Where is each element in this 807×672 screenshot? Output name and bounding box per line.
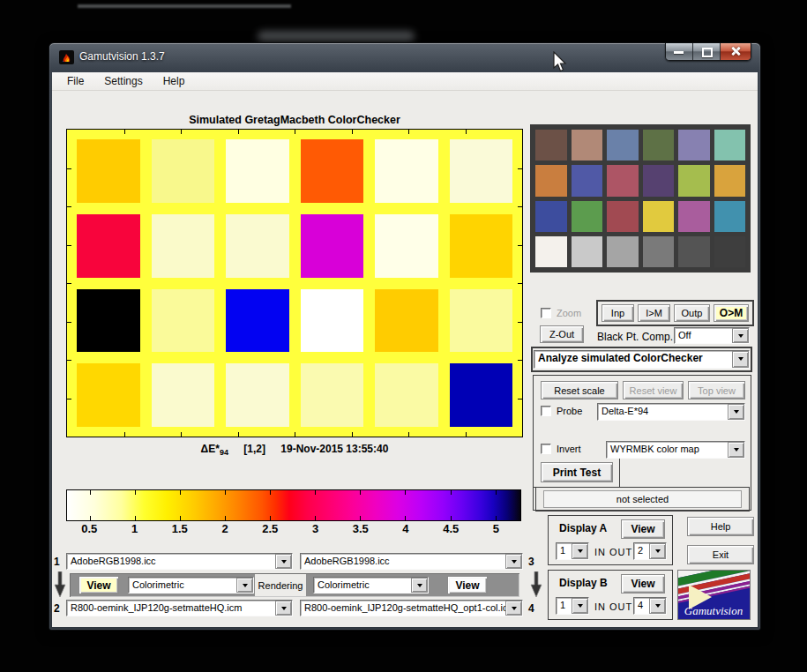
plot-caption: ΔE*94 [1,2] 19-Nov-2015 13:55:40	[66, 443, 523, 457]
plot-color-patch	[226, 139, 289, 203]
display-a-out-value: 2	[634, 543, 649, 559]
intent-left-select[interactable]: Colorimetric	[128, 577, 254, 594]
intent-left-value: Colorimetric	[129, 578, 236, 593]
probe-checkbox[interactable]: Probe	[541, 406, 582, 416]
plot-color-patch	[226, 363, 289, 427]
maximize-button[interactable]	[693, 43, 721, 60]
profile-2-value: R800-oemink_IJP120g-setmatteHQ.icm	[67, 601, 275, 616]
profile-4-select[interactable]: R800-oemink_IJP120g-setmatteHQ_opt1-col.…	[300, 600, 523, 616]
analyze-mode-select[interactable]: Analyze simulated ColorChecker	[534, 350, 750, 369]
profile-3-value: AdobeRGB1998.icc	[301, 554, 505, 569]
checkbox-box[interactable]	[541, 308, 551, 318]
exit-button[interactable]: Exit	[687, 545, 754, 564]
dropdown-arrow-icon[interactable]	[505, 554, 522, 569]
i-to-m-button[interactable]: I>M	[638, 304, 670, 322]
reset-scale-button[interactable]: Reset scale	[541, 381, 618, 399]
timestamp: 19-Nov-2015 13:55:40	[280, 443, 388, 455]
display-b-view-button[interactable]: View	[621, 574, 665, 594]
colorchecker-plot[interactable]	[66, 129, 523, 437]
o-to-m-button[interactable]: O>M	[714, 304, 749, 322]
window-controls	[665, 43, 751, 61]
dropdown-arrow-icon[interactable]	[732, 351, 749, 368]
inp-button[interactable]: Inp	[602, 304, 634, 322]
reference-color-patch	[535, 130, 567, 161]
menu-help[interactable]: Help	[160, 73, 189, 89]
dropdown-arrow-icon[interactable]	[411, 578, 428, 593]
slot-number-4: 4	[528, 602, 534, 615]
dropdown-arrow-icon[interactable]	[649, 543, 666, 559]
profile-1-select[interactable]: AdobeRGB1998.icc	[66, 553, 293, 570]
reference-color-patch	[678, 236, 710, 267]
reference-color-patch	[678, 201, 710, 232]
plot-color-patch	[152, 363, 215, 427]
color-map-select[interactable]: WYRMBK color map	[606, 441, 745, 459]
window-title: Gamutvision 1.3.7	[79, 50, 165, 63]
view-right-button[interactable]: View	[447, 576, 488, 594]
plot-color-patch	[301, 214, 364, 278]
colorbar-tick-label: 0.5	[81, 522, 97, 535]
menu-settings[interactable]: Settings	[101, 73, 146, 89]
zoom-checkbox-label: Zoom	[557, 308, 581, 318]
display-a-in-select[interactable]: 1	[556, 542, 589, 560]
black-pt-comp-select[interactable]: Off	[674, 327, 750, 344]
minimize-icon	[674, 51, 684, 54]
view-options-groupbox: Reset scale Reset view Top view Probe De…	[533, 375, 751, 511]
checkbox-box[interactable]	[541, 406, 551, 416]
print-test-button[interactable]: Print Test	[541, 462, 613, 482]
display-b-in-value: 1	[557, 598, 572, 614]
dropdown-arrow-icon[interactable]	[732, 328, 749, 343]
invert-checkbox[interactable]: Invert	[541, 444, 581, 454]
dropdown-arrow-icon[interactable]	[275, 554, 292, 569]
reference-color-patch	[607, 165, 639, 196]
view-left-button[interactable]: View	[78, 576, 119, 594]
z-out-button[interactable]: Z-Out	[540, 325, 584, 343]
dropdown-arrow-icon[interactable]	[728, 404, 744, 420]
dropdown-arrow-icon[interactable]	[649, 598, 666, 614]
display-a-view-button[interactable]: View	[621, 519, 665, 539]
display-b-in-select[interactable]: 1	[556, 597, 589, 615]
minimize-button[interactable]	[666, 43, 693, 60]
dropdown-arrow-icon[interactable]	[572, 543, 588, 559]
plot-color-patch	[450, 289, 513, 353]
dropdown-arrow-icon[interactable]	[505, 601, 522, 616]
outp-button[interactable]: Outp	[674, 304, 710, 322]
reference-color-patch	[678, 130, 710, 161]
io-button-frame: Inp I>M Outp O>M	[596, 300, 754, 326]
colorbar-tick-label: 3	[312, 522, 318, 535]
dropdown-arrow-icon[interactable]	[572, 598, 588, 614]
background-window-edge	[78, 4, 291, 8]
display-b-group: Display B View 1 IN OUT 4	[548, 570, 673, 620]
invert-checkbox-label: Invert	[557, 444, 581, 454]
background-window-title-blur	[258, 31, 415, 42]
display-a-inout-label: IN OUT	[594, 547, 632, 557]
reference-color-patch	[643, 236, 675, 267]
reference-color-patch	[535, 236, 567, 267]
reference-color-patch	[535, 201, 567, 232]
intent-right-select[interactable]: Colorimetric	[313, 577, 429, 594]
top-view-button[interactable]: Top view	[688, 381, 745, 399]
checkbox-box[interactable]	[541, 444, 551, 454]
gamutvision-logo: Gamutvision	[677, 570, 751, 620]
gamutvision-logo-image: Gamutvision	[678, 571, 750, 619]
dropdown-arrow-icon[interactable]	[275, 601, 292, 616]
zoom-checkbox[interactable]: Zoom	[541, 308, 581, 318]
display-b-out-select[interactable]: 4	[633, 597, 667, 615]
close-button[interactable]	[721, 43, 751, 60]
display-a-out-select[interactable]: 2	[633, 542, 667, 560]
probe-metric-select[interactable]: Delta-E*94	[597, 403, 745, 421]
dropdown-arrow-icon[interactable]	[236, 578, 253, 593]
flow-down-arrow-right-icon	[530, 571, 542, 598]
analyze-frame: Analyze simulated ColorChecker	[531, 347, 752, 372]
help-button[interactable]: Help	[687, 517, 754, 536]
profile-3-select[interactable]: AdobeRGB1998.icc	[300, 553, 523, 570]
colorbar-tick-label: 4	[402, 522, 408, 535]
title-bar[interactable]: Gamutvision 1.3.7	[49, 43, 760, 71]
plot-title: Simulated GretagMacbeth ColorChecker	[66, 114, 523, 126]
profile-2-select[interactable]: R800-oemink_IJP120g-setmatteHQ.icm	[66, 600, 293, 616]
color-scale-labels: 0.511.522.533.544.55	[66, 522, 521, 536]
dropdown-arrow-icon[interactable]	[728, 442, 744, 458]
display-b-out-value: 4	[634, 598, 649, 614]
reset-view-button[interactable]: Reset view	[623, 381, 684, 399]
menu-file[interactable]: File	[64, 73, 87, 89]
display-b-inout-label: IN OUT	[594, 601, 632, 612]
